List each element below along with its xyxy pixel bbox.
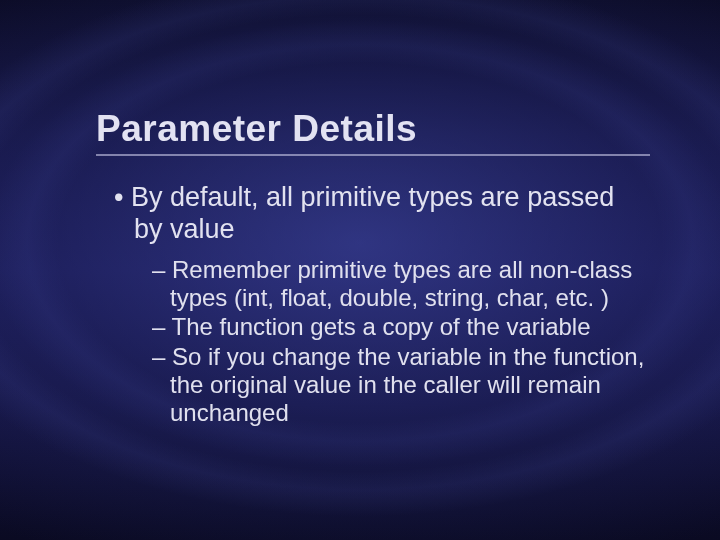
bullet-level2: Remember primitive types are all non-cla… — [152, 256, 650, 313]
slide-title: Parameter Details — [96, 108, 650, 156]
bullet-level2: The function gets a copy of the variable — [152, 313, 650, 341]
bullet-sub-group: Remember primitive types are all non-cla… — [96, 256, 650, 428]
bullet-level2: So if you change the variable in the fun… — [152, 343, 650, 428]
slide-body: By default, all primitive types are pass… — [96, 182, 650, 428]
bullet-level1: By default, all primitive types are pass… — [96, 182, 650, 246]
slide: Parameter Details By default, all primit… — [0, 0, 720, 540]
